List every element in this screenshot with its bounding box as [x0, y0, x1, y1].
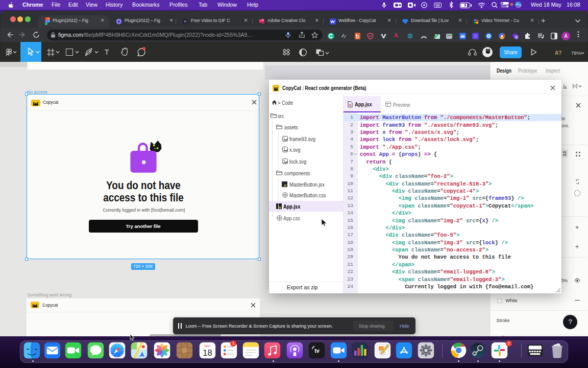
svg-text:MAY: MAY — [204, 344, 211, 347]
svg-text:18: 18 — [203, 348, 212, 357]
svg-text:tv: tv — [314, 348, 320, 354]
